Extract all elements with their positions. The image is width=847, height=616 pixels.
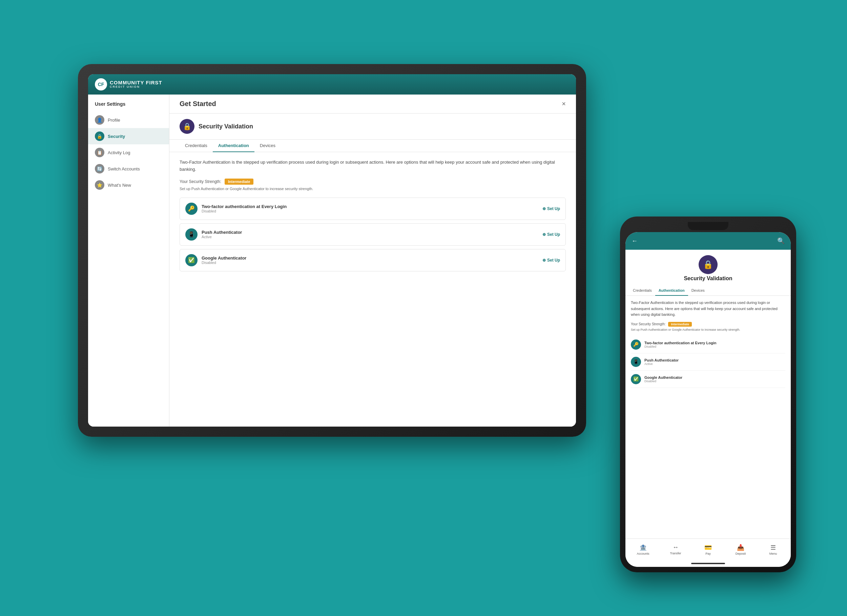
phone-body: Two-Factor Authentication is the stepped…	[626, 296, 791, 538]
accounts-icon: 🏦	[639, 544, 647, 551]
tablet-logo: CF Community First Credit Union	[95, 78, 162, 90]
modal-header: Get Started ×	[170, 95, 576, 114]
sidebar-title: User Settings	[88, 101, 169, 112]
phone-auth-status: Active	[644, 362, 679, 366]
phone-auth-info: Push Authenticator Active	[644, 358, 679, 366]
sidebar-item-profile[interactable]: 👤 Profile	[88, 112, 169, 128]
tablet: CF Community First Credit Union User Set…	[78, 64, 586, 437]
logo-main: Community First	[110, 80, 162, 86]
tablet-content: User Settings 👤 Profile 🔒 Security 📋 Act…	[88, 95, 576, 427]
tabs: Credentials Authentication Devices	[170, 140, 576, 152]
auth-name: Two-factor authentication at Every Login	[202, 204, 286, 209]
phone-nav-accounts[interactable]: 🏦 Accounts	[635, 544, 652, 555]
phone-lock-icon: 🔒	[699, 255, 717, 274]
deposit-icon: 📥	[737, 544, 744, 551]
panel-header: 🔒 Security Validation	[170, 114, 576, 140]
home-bar	[691, 563, 725, 564]
phone-auth-name: Two-factor authentication at Every Login	[644, 341, 716, 345]
auth-name: Push Authenticator	[202, 230, 242, 235]
phone-bottom-nav: 🏦 Accounts ↔ Transfer 💳 Pay 📥 Deposit ☰	[626, 538, 791, 560]
switch-accounts-icon: 🔄	[95, 164, 104, 173]
auth-item-1: 📱 Push Authenticator Active ⊕ Set Up	[180, 223, 566, 246]
deposit-label: Deposit	[736, 552, 746, 555]
sidebar-item-label: Profile	[108, 118, 120, 123]
menu-label: Menu	[769, 552, 777, 555]
strength-label: Your Security Strength:	[180, 179, 221, 184]
security-strength-row: Your Security Strength: Intermediate	[180, 179, 566, 185]
setup-button-0[interactable]: ⊕ Set Up	[542, 206, 560, 211]
search-button[interactable]: 🔍	[777, 237, 785, 245]
transfer-label: Transfer	[670, 552, 681, 555]
tab-devices[interactable]: Devices	[254, 140, 281, 152]
sidebar-item-activity-log[interactable]: 📋 Activity Log	[88, 144, 169, 161]
phone-tab-authentication[interactable]: Authentication	[655, 286, 688, 296]
auth-item-left: ✅ Google Authenticator Disabled	[185, 254, 246, 266]
phone-nav-menu[interactable]: ☰ Menu	[765, 544, 782, 555]
logo-text: Community First Credit Union	[110, 80, 162, 89]
auth-info: Google Authenticator Disabled	[202, 256, 246, 264]
phone-auth-status: Disabled	[644, 380, 682, 383]
phone-tab-credentials[interactable]: Credentials	[630, 286, 655, 296]
phone-auth-name: Google Authenticator	[644, 375, 682, 380]
pay-label: Pay	[705, 552, 711, 555]
scene: CF Community First Credit Union User Set…	[51, 37, 796, 579]
auth-item-left: 📱 Push Authenticator Active	[185, 228, 242, 241]
main-content: Get Started × 🔒 Security Validation Cred…	[170, 95, 576, 427]
auth-item-0: 🔑 Two-factor authentication at Every Log…	[180, 198, 566, 220]
sidebar-item-label: Activity Log	[108, 150, 130, 155]
phone-tab-devices[interactable]: Devices	[688, 286, 708, 296]
activity-log-icon: 📋	[95, 148, 104, 157]
strength-hint: Set up Push Authentication or Google Aut…	[180, 187, 566, 191]
phone-auth-item-2: ✅ Google Authenticator Disabled	[631, 371, 785, 388]
sidebar-item-security[interactable]: 🔒 Security	[88, 128, 169, 144]
auth-status: Disabled	[202, 261, 246, 264]
sidebar-item-label: Switch Accounts	[108, 166, 140, 171]
phone-auth-item-0: 🔑 Two-factor authentication at Every Log…	[631, 336, 785, 353]
phone-nav-bar: ← 🔍	[626, 232, 791, 250]
auth-icon-check: ✅	[185, 254, 198, 266]
panel-title: Security Validation	[199, 123, 253, 130]
auth-icon-key: 🔑	[185, 202, 198, 215]
auth-status: Active	[202, 235, 242, 239]
phone-description: Two-Factor Authentication is the stepped…	[631, 300, 785, 318]
strength-badge: Intermediate	[224, 179, 254, 185]
auth-info: Push Authenticator Active	[202, 230, 242, 239]
sidebar-item-label: Security	[108, 134, 125, 139]
auth-info: Two-factor authentication at Every Login…	[202, 204, 286, 213]
logo-icon: CF	[95, 78, 107, 90]
back-button[interactable]: ←	[632, 238, 637, 245]
accounts-label: Accounts	[637, 552, 649, 555]
setup-button-2[interactable]: ⊕ Set Up	[542, 258, 560, 263]
phone-strength-hint: Set up Push Authentication or Google Aut…	[631, 328, 785, 331]
phone-strength-row: Your Security Strength: Intermediate	[631, 322, 785, 326]
setup-label: Set Up	[547, 258, 560, 263]
lock-icon: 🔒	[180, 119, 195, 134]
whats-new-icon: ⭐	[95, 180, 104, 190]
auth-status: Disabled	[202, 209, 286, 213]
phone-nav-deposit[interactable]: 📥 Deposit	[732, 544, 749, 555]
phone-nav-pay[interactable]: 💳 Pay	[699, 544, 717, 555]
logo-sub: Credit Union	[110, 86, 162, 89]
profile-icon: 👤	[95, 115, 104, 125]
close-button[interactable]: ×	[562, 100, 566, 108]
phone-screen: ← 🔍 🔒 Security Validation Credentials Au…	[626, 232, 791, 567]
tab-authentication[interactable]: Authentication	[213, 140, 254, 152]
tab-credentials[interactable]: Credentials	[180, 140, 213, 152]
tablet-screen: CF Community First Credit Union User Set…	[88, 74, 576, 427]
phone-section-title: Security Validation	[626, 275, 791, 282]
tablet-top-bar: CF Community First Credit Union	[88, 74, 576, 95]
sidebar-item-whats-new[interactable]: ⭐ What's New	[88, 177, 169, 193]
setup-button-1[interactable]: ⊕ Set Up	[542, 232, 560, 237]
setup-label: Set Up	[547, 206, 560, 211]
sidebar-item-switch-accounts[interactable]: 🔄 Switch Accounts	[88, 161, 169, 177]
phone-home-indicator	[626, 560, 791, 567]
pay-icon: 💳	[704, 544, 712, 551]
phone-auth-key-icon: 🔑	[631, 340, 641, 350]
phone-strength-label: Your Security Strength:	[631, 322, 666, 326]
phone-auth-check-icon: ✅	[631, 374, 641, 384]
auth-item-left: 🔑 Two-factor authentication at Every Log…	[185, 202, 286, 215]
panel-body: Two-Factor Authentication is the stepped…	[170, 152, 576, 427]
menu-icon: ☰	[770, 544, 776, 551]
phone-auth-item-1: 📱 Push Authenticator Active	[631, 353, 785, 371]
phone-nav-transfer[interactable]: ↔ Transfer	[667, 544, 684, 555]
